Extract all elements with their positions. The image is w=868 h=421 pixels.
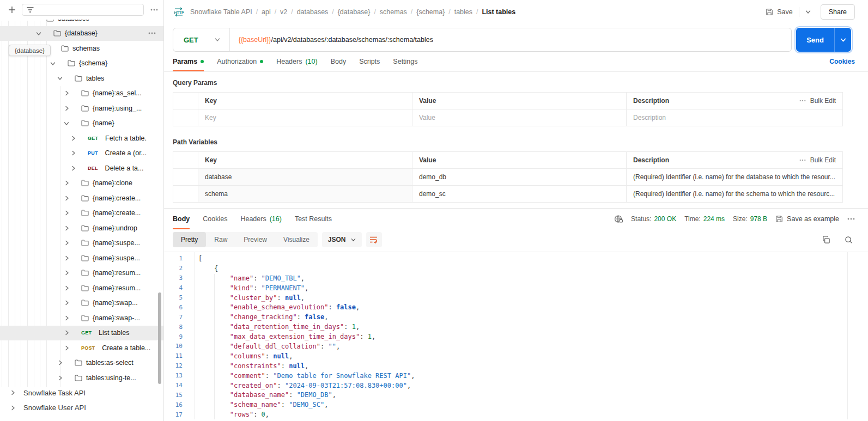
copy-icon[interactable]: [822, 236, 830, 244]
send-options-chevron-icon[interactable]: [834, 28, 851, 52]
view-preview[interactable]: Preview: [235, 232, 275, 247]
chevron-down-icon[interactable]: [36, 30, 42, 36]
breadcrumb-item[interactable]: {schema}: [416, 8, 445, 16]
tab-authorization[interactable]: Authorization: [217, 52, 263, 71]
response-tab-cookies[interactable]: Cookies: [203, 209, 227, 229]
bulk-edit-button[interactable]: Bulk Edit: [799, 97, 836, 105]
response-body-editor[interactable]: 1[2 {3 "name": "DEMO_TBL",4 "kind": "PER…: [164, 252, 868, 419]
chevron-right-icon[interactable]: [70, 135, 76, 141]
tree-item-tables-using-te[interactable]: tables:using-te...: [0, 370, 163, 386]
view-pretty[interactable]: Pretty: [173, 232, 206, 247]
wrap-lines-button[interactable]: [366, 232, 382, 247]
save-button[interactable]: Save: [766, 8, 793, 16]
pv-key-cell[interactable]: schema: [198, 185, 412, 202]
chevron-right-icon[interactable]: [64, 270, 70, 276]
sidebar-more-icon[interactable]: [149, 9, 159, 11]
network-icon[interactable]: [614, 215, 623, 223]
more-actions-icon[interactable]: [148, 32, 156, 34]
chevron-right-icon[interactable]: [64, 300, 70, 306]
chevron-right-icon[interactable]: [64, 195, 70, 201]
breadcrumb-item[interactable]: {database}: [338, 8, 371, 16]
tree-item-tables[interactable]: tables: [0, 71, 163, 86]
pv-description-cell[interactable]: (Required) Identifier (i.e. name) for th…: [626, 185, 842, 202]
save-options-chevron-icon[interactable]: [805, 9, 811, 15]
qp-key-input[interactable]: Key: [198, 109, 412, 126]
tab-params[interactable]: Params: [173, 52, 204, 71]
tree-item-list-tables[interactable]: GETList tables: [0, 326, 163, 341]
chevron-right-icon[interactable]: [64, 210, 70, 216]
view-raw[interactable]: Raw: [206, 232, 235, 247]
tree-item-name-as-sel[interactable]: {name}:as_sel...: [0, 86, 163, 101]
chevron-right-icon[interactable]: [70, 165, 76, 171]
chevron-right-icon[interactable]: [57, 375, 63, 381]
tree-item-name-clone[interactable]: {name}:clone: [0, 176, 163, 191]
tab-settings[interactable]: Settings: [393, 52, 417, 71]
language-selector[interactable]: JSON: [322, 232, 362, 247]
chevron-right-icon[interactable]: [10, 390, 16, 396]
tree-item-name-create[interactable]: {name}:create...: [0, 191, 163, 206]
pv-description-cell[interactable]: (Required) Identifier (i.e. name) for th…: [626, 168, 842, 185]
tab-headers[interactable]: Headers(10): [276, 52, 317, 71]
tree-item-name-suspe[interactable]: {name}:suspe...: [0, 251, 163, 266]
chevron-down-icon[interactable]: [64, 120, 70, 126]
tab-body[interactable]: Body: [331, 52, 347, 71]
new-icon[interactable]: [7, 4, 17, 15]
response-more-icon[interactable]: [847, 218, 855, 220]
send-button[interactable]: Send: [796, 28, 834, 52]
breadcrumb-item[interactable]: databases: [297, 8, 329, 16]
tree-item-name-undrop[interactable]: {name}:undrop: [0, 221, 163, 236]
chevron-right-icon[interactable]: [64, 105, 70, 111]
url-input[interactable]: {{baseUrl}}/api/v2/databases/:database/s…: [230, 36, 433, 44]
chevron-right-icon[interactable]: [64, 180, 70, 186]
response-tab-headers[interactable]: Headers(16): [240, 209, 281, 229]
filter-input[interactable]: [22, 4, 144, 16]
chevron-down-icon[interactable]: [50, 60, 56, 66]
chevron-right-icon[interactable]: [64, 225, 70, 231]
qp-value-input[interactable]: Value: [412, 109, 626, 126]
tree-item-name-swap[interactable]: {name}:swap-...: [0, 310, 163, 326]
tree-item-create-a-table[interactable]: POSTCreate a table...: [0, 340, 163, 356]
tree-item-name[interactable]: {name}: [0, 116, 163, 131]
pv-key-cell[interactable]: database: [198, 168, 412, 185]
chevron-right-icon[interactable]: [64, 240, 70, 246]
tree-item-name-create[interactable]: {name}:create...: [0, 206, 163, 221]
bulk-edit-button[interactable]: Bulk Edit: [799, 156, 836, 164]
tree-item-name-resum[interactable]: {name}:resum...: [0, 280, 163, 296]
tree-item-name-using[interactable]: {name}:using_...: [0, 101, 163, 116]
pv-value-cell[interactable]: demo_sc: [412, 185, 626, 202]
pv-value-cell[interactable]: demo_db: [412, 168, 626, 185]
chevron-right-icon[interactable]: [10, 405, 16, 411]
breadcrumb-item[interactable]: schemas: [380, 8, 407, 16]
tree-item-snowflake-task-api[interactable]: Snowflake Task API: [0, 386, 163, 401]
search-icon[interactable]: [845, 236, 853, 244]
share-button[interactable]: Share: [821, 4, 855, 20]
chevron-right-icon[interactable]: [64, 330, 70, 336]
qp-description-input[interactable]: Description: [626, 109, 842, 126]
chevron-right-icon[interactable]: [64, 345, 70, 351]
chevron-right-icon[interactable]: [64, 90, 70, 96]
chevron-right-icon[interactable]: [64, 285, 70, 291]
sidebar-scrollbar[interactable]: [158, 292, 161, 384]
chevron-right-icon[interactable]: [70, 150, 76, 156]
tree-item-snowflake-user-api[interactable]: Snowflake User API: [0, 400, 163, 416]
chevron-down-icon[interactable]: [57, 75, 63, 81]
tree-item-name-suspe[interactable]: {name}:suspe...: [0, 236, 163, 251]
breadcrumb-item[interactable]: api: [262, 8, 271, 16]
cookies-link[interactable]: Cookies: [829, 58, 855, 65]
tree-item-create-a-or[interactable]: PUTCreate a (or...: [0, 146, 163, 161]
tree-item-delete-a-ta[interactable]: DELDelete a ta...: [0, 161, 163, 176]
method-selector[interactable]: GET: [173, 28, 229, 51]
tab-scripts[interactable]: Scripts: [359, 52, 380, 71]
tree-item-name-swap[interactable]: {name}:swap...: [0, 296, 163, 311]
breadcrumb-item[interactable]: tables: [454, 8, 472, 16]
tree-item-schema[interactable]: {schema}: [0, 56, 163, 71]
breadcrumb-item[interactable]: v2: [280, 8, 287, 16]
chevron-right-icon[interactable]: [57, 360, 63, 366]
breadcrumb-item[interactable]: Snowflake Table API: [190, 8, 252, 16]
tree-item-name-resum[interactable]: {name}:resum...: [0, 266, 163, 281]
view-visualize[interactable]: Visualize: [275, 232, 318, 247]
response-tab-test-results[interactable]: Test Results: [295, 209, 332, 229]
save-as-example-button[interactable]: Save as example: [775, 215, 839, 223]
tree-item-fetch-a-table[interactable]: GETFetch a table.: [0, 131, 163, 146]
tree-item-tables-as-select[interactable]: tables:as-select: [0, 356, 163, 371]
